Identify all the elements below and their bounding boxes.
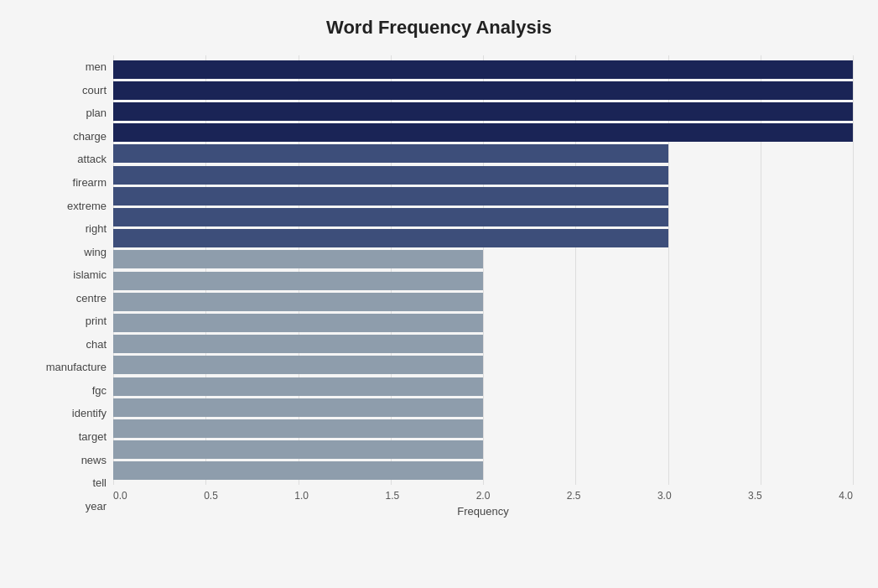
y-axis-labels: mencourtplanchargeattackfirearmextremeri… — [25, 55, 113, 518]
chart-title: Word Frequency Analysis — [25, 17, 853, 39]
y-label: print — [86, 310, 107, 333]
bar-row — [113, 356, 853, 375]
bar — [113, 250, 483, 268]
grid-and-bars — [113, 55, 853, 485]
x-tick: 1.0 — [294, 490, 309, 502]
bar — [113, 123, 853, 142]
bar — [113, 102, 853, 121]
y-label: manufacture — [46, 356, 107, 379]
x-axis: 0.00.51.01.52.02.53.03.54.0 — [113, 485, 853, 502]
y-label: identify — [72, 402, 107, 425]
y-label: men — [86, 55, 107, 79]
x-tick: 2.5 — [567, 490, 581, 502]
bar — [113, 314, 483, 332]
bar — [113, 335, 483, 353]
x-tick: 0.5 — [204, 490, 218, 502]
bar — [113, 440, 483, 459]
y-label: islamic — [73, 263, 107, 287]
bar — [113, 187, 668, 206]
bar-row — [113, 250, 853, 269]
chart-area: mencourtplanchargeattackfirearmextremeri… — [25, 55, 853, 518]
bar-row — [113, 60, 853, 79]
bar-row — [113, 229, 853, 248]
bar — [113, 208, 668, 226]
y-label: firearm — [73, 171, 107, 195]
bar-row — [113, 398, 853, 417]
x-axis-label: Frequency — [113, 505, 853, 518]
bar — [113, 272, 483, 290]
bar-row — [113, 271, 853, 290]
bar — [113, 461, 483, 480]
bar — [113, 419, 483, 438]
bar-row — [113, 123, 853, 143]
x-tick: 3.5 — [748, 490, 762, 502]
bar-row — [113, 313, 853, 332]
bar — [113, 144, 668, 163]
y-label: wing — [84, 240, 107, 263]
bar — [113, 229, 668, 247]
bar-row — [113, 81, 853, 100]
bar — [113, 398, 483, 417]
x-tick: 1.5 — [385, 490, 399, 502]
y-label: plan — [86, 101, 107, 125]
bar-row — [113, 101, 853, 121]
bar — [113, 60, 853, 79]
bars-container — [113, 55, 853, 485]
bar-row — [113, 461, 853, 481]
x-tick: 0.0 — [113, 490, 127, 502]
y-label: charge — [73, 125, 107, 148]
bar — [113, 377, 483, 396]
grid-line — [853, 55, 854, 485]
bar-row — [113, 165, 853, 185]
bar-row — [113, 440, 853, 460]
y-label: target — [79, 425, 107, 449]
x-tick: 4.0 — [839, 490, 853, 502]
y-label: fgc — [92, 379, 107, 403]
y-label: centre — [76, 286, 107, 310]
bar — [113, 293, 483, 311]
y-label: chat — [86, 333, 107, 356]
y-label: attack — [77, 148, 107, 171]
y-label: court — [82, 79, 107, 102]
y-label: tell — [92, 471, 107, 495]
bottom-area: 0.00.51.01.52.02.53.03.54.0 Frequency — [113, 485, 853, 518]
bar-row — [113, 207, 853, 226]
bar-row — [113, 419, 853, 438]
y-label: news — [81, 448, 107, 471]
y-label: year — [86, 494, 107, 518]
chart-container: Word Frequency Analysis mencourtplanchar… — [0, 0, 878, 588]
plot-area: 0.00.51.01.52.02.53.03.54.0 Frequency — [113, 55, 853, 518]
bar — [113, 356, 483, 374]
bar — [113, 166, 668, 185]
bar-row — [113, 292, 853, 311]
bar-row — [113, 377, 853, 396]
bar-row — [113, 335, 853, 354]
y-label: extreme — [67, 194, 107, 217]
x-tick: 2.0 — [476, 490, 491, 502]
bar — [113, 81, 853, 100]
bar-row — [113, 144, 853, 164]
x-tick: 3.0 — [657, 490, 672, 502]
bar-row — [113, 186, 853, 206]
y-label: right — [86, 217, 107, 241]
